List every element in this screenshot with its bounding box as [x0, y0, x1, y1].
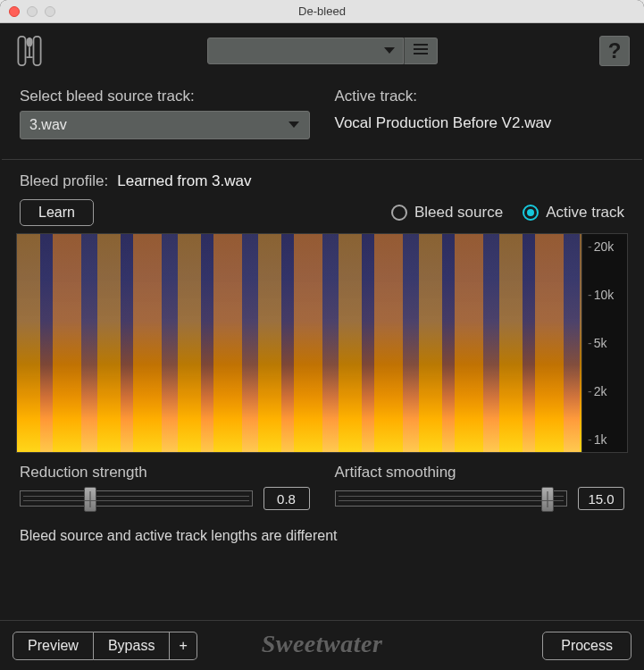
learn-row: Learn Bleed source Active track — [20, 199, 624, 226]
bleed-source-label: Select bleed source track: — [20, 88, 310, 105]
plugin-body: ? Select bleed source track: 3.wav Activ… — [0, 23, 644, 670]
svg-point-2 — [26, 38, 32, 47]
track-select-section: Select bleed source track: 3.wav Active … — [0, 79, 644, 159]
y-tick: 1k — [588, 432, 627, 447]
spectrogram-y-axis: 20k 10k 5k 2k 1k — [582, 234, 627, 452]
active-track-col: Active track: Vocal Production Before V2… — [335, 88, 625, 139]
bottom-bar: Preview Bypass + Sweetwater Process — [0, 620, 644, 670]
list-icon — [413, 43, 429, 59]
window: De-bleed — [0, 0, 644, 670]
y-tick: 20k — [588, 239, 627, 254]
titlebar: De-bleed — [0, 0, 644, 23]
slider-thumb[interactable] — [84, 487, 96, 512]
window-title: De-bleed — [298, 4, 346, 18]
svg-rect-0 — [18, 37, 25, 65]
transport-buttons: Preview Bypass + — [13, 632, 197, 660]
preview-button[interactable]: Preview — [13, 632, 94, 660]
y-tick: 2k — [588, 384, 627, 398]
radio-bleed-source[interactable]: Bleed source — [391, 204, 503, 222]
bleed-source-col: Select bleed source track: 3.wav — [20, 88, 310, 139]
learn-button[interactable]: Learn — [20, 199, 94, 226]
process-button[interactable]: Process — [542, 632, 631, 660]
help-icon: ? — [608, 38, 622, 63]
bypass-button[interactable]: Bypass — [94, 632, 170, 660]
artifact-smoothing-col: Artifact smoothing 15.0 — [335, 464, 625, 510]
radio-label-text: Bleed source — [414, 204, 503, 222]
window-controls — [9, 6, 55, 17]
artifact-smoothing-value[interactable]: 15.0 — [578, 487, 624, 510]
bleed-profile-row: Bleed profile: Learned from 3.wav — [20, 172, 624, 190]
zoom-window-button[interactable] — [45, 6, 55, 17]
reduction-strength-col: Reduction strength 0.8 — [20, 464, 310, 510]
view-radio-group: Bleed source Active track — [391, 204, 624, 222]
reduction-strength-label: Reduction strength — [20, 464, 310, 482]
reduction-strength-slider[interactable] — [20, 490, 253, 507]
artifact-smoothing-label: Artifact smoothing — [335, 464, 625, 482]
radio-icon — [391, 205, 407, 221]
y-tick: 5k — [588, 336, 627, 350]
slider-thumb[interactable] — [541, 487, 554, 512]
warning-text: Bleed source and active track lengths ar… — [0, 510, 644, 549]
artifact-smoothing-slider[interactable] — [335, 490, 568, 507]
bleed-source-dropdown[interactable]: 3.wav — [20, 111, 310, 139]
preset-dropdown[interactable] — [207, 38, 404, 64]
bleed-source-value: 3.wav — [29, 117, 67, 133]
spectrogram-canvas — [17, 234, 582, 452]
chevron-down-icon — [383, 43, 396, 59]
watermark: Sweetwater — [262, 630, 383, 658]
help-button[interactable]: ? — [599, 36, 630, 66]
microphone-icon — [14, 34, 45, 68]
y-tick: 10k — [588, 288, 627, 302]
close-window-button[interactable] — [9, 6, 20, 17]
bleed-profile-value: Learned from 3.wav — [117, 172, 251, 190]
topbar: ? — [0, 23, 644, 79]
slider-row: Reduction strength 0.8 Artifact smoothin… — [0, 453, 644, 510]
chevron-down-icon — [288, 117, 300, 133]
radio-icon — [523, 205, 539, 221]
spectrogram[interactable]: 20k 10k 5k 2k 1k — [16, 233, 628, 453]
preset-list-button[interactable] — [404, 38, 438, 64]
svg-rect-1 — [34, 37, 41, 65]
reduction-strength-value[interactable]: 0.8 — [263, 487, 310, 510]
bleed-profile-label: Bleed profile: — [20, 172, 108, 190]
bleed-profile-section: Bleed profile: Learned from 3.wav Learn … — [0, 160, 644, 226]
radio-active-track[interactable]: Active track — [523, 204, 624, 222]
preset-area — [207, 38, 438, 64]
active-track-label: Active track: — [335, 88, 625, 105]
active-track-value: Vocal Production Before V2.wav — [335, 111, 625, 132]
radio-label-text: Active track — [546, 204, 624, 222]
minimize-window-button[interactable] — [27, 6, 38, 17]
plus-button[interactable]: + — [170, 632, 197, 660]
